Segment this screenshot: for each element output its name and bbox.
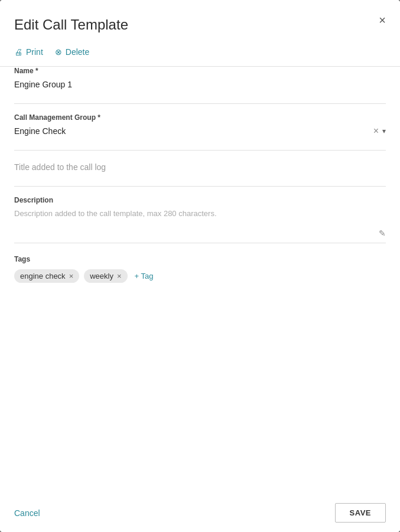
dialog-header: Edit Call Template × — [0, 0, 400, 43]
edit-call-template-dialog: Edit Call Template × 🖨 Print ⊗ Delete Na… — [0, 0, 400, 532]
tag-engine-check: engine check × — [14, 269, 79, 283]
cmg-value: Engine Check — [14, 126, 66, 136]
delete-button[interactable]: ⊗ Delete — [55, 47, 89, 57]
tag-remove-engine-check[interactable]: × — [69, 272, 74, 280]
tags-list: engine check × weekly × + Tag — [14, 269, 386, 283]
delete-icon: ⊗ — [55, 47, 62, 57]
description-label: Description — [14, 196, 386, 204]
cmg-select[interactable]: Engine Check × ▾ — [14, 124, 386, 141]
cmg-clear-button[interactable]: × — [373, 126, 379, 136]
dialog-title: Edit Call Template — [14, 17, 386, 33]
select-controls: × ▾ — [373, 126, 386, 136]
description-field: Description Description added to the cal… — [14, 196, 386, 243]
description-placeholder[interactable]: Description added to the call template, … — [14, 207, 386, 223]
cmg-label: Call Management Group * — [14, 113, 386, 122]
tags-label: Tags — [14, 255, 386, 263]
tag-label-weekly: weekly — [90, 272, 113, 280]
toolbar: 🖨 Print ⊗ Delete — [0, 43, 400, 66]
print-label: Print — [26, 47, 43, 57]
tags-section: Tags engine check × weekly × + Tag — [14, 253, 386, 283]
name-field: Name * Engine Group 1 — [14, 67, 386, 104]
tag-remove-weekly[interactable]: × — [117, 272, 122, 280]
title-placeholder[interactable]: Title added to the call log — [14, 160, 386, 177]
cmg-field: Call Management Group * Engine Check × ▾ — [14, 113, 386, 151]
name-label: Name * — [14, 67, 386, 75]
add-tag-button[interactable]: + Tag — [132, 270, 156, 282]
name-value[interactable]: Engine Group 1 — [14, 77, 386, 94]
title-field: Title added to the call log — [14, 160, 386, 187]
tag-label-engine-check: engine check — [20, 272, 66, 280]
edit-icon[interactable]: ✎ — [379, 229, 386, 238]
cancel-button[interactable]: Cancel — [14, 504, 40, 523]
save-button[interactable]: SAVE — [335, 503, 386, 523]
delete-label: Delete — [66, 47, 89, 57]
close-button[interactable]: × — [376, 12, 388, 28]
form-content: Name * Engine Group 1 Call Management Gr… — [0, 67, 400, 494]
print-icon: 🖨 — [14, 47, 22, 57]
cmg-dropdown-button[interactable]: ▾ — [382, 127, 386, 135]
tag-weekly: weekly × — [84, 269, 127, 283]
dialog-footer: Cancel SAVE — [0, 494, 400, 532]
print-button[interactable]: 🖨 Print — [14, 47, 43, 57]
